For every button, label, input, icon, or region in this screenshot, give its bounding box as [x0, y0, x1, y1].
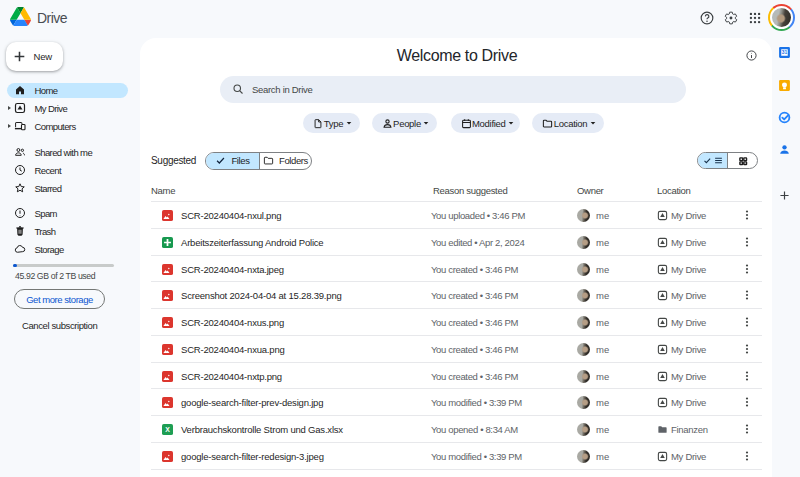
svg-text:X: X: [165, 426, 170, 433]
svg-text:31: 31: [781, 50, 787, 55]
